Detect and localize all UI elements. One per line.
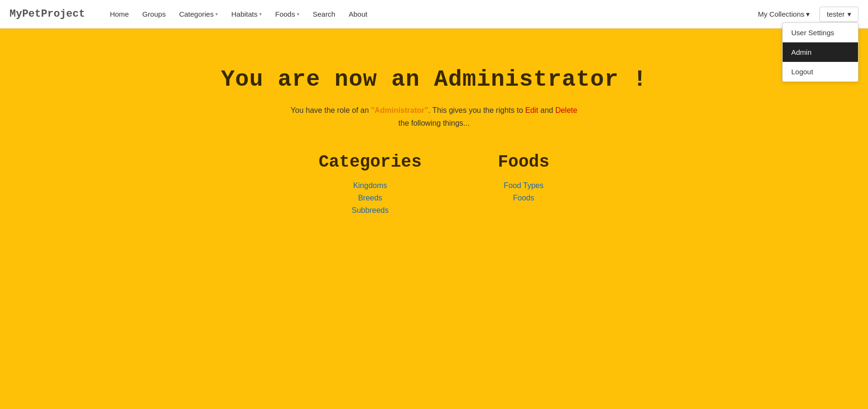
categories-caret-icon: ▾ (215, 11, 218, 17)
subbreeds-link[interactable]: Subbreeds (318, 206, 421, 215)
dropdown-logout[interactable]: Logout (783, 62, 858, 81)
nav-categories-label: Categories (179, 10, 214, 18)
role-text: "Administrator" (371, 106, 428, 114)
description-suffix: the following things... (398, 119, 470, 127)
nav-about[interactable]: About (343, 6, 373, 22)
navbar-right: My Collections ▾ tester ▾ User Settings … (752, 6, 858, 22)
foods-links: Food Types Foods (498, 181, 550, 202)
categories-links: Kingdoms Breeds Subbreeds (318, 181, 421, 215)
nav-home[interactable]: Home (104, 6, 134, 22)
food-types-link[interactable]: Food Types (498, 181, 550, 190)
delete-text: Delete (555, 106, 577, 114)
dropdown-user-settings[interactable]: User Settings (783, 23, 858, 42)
nav-groups[interactable]: Groups (136, 6, 171, 22)
tester-button[interactable]: tester ▾ (819, 7, 858, 22)
brand-logo[interactable]: MyPetProject (10, 8, 85, 20)
my-collections-label: My Collections (758, 10, 805, 18)
nav-search[interactable]: Search (307, 6, 341, 22)
foods-link[interactable]: Foods (498, 194, 550, 202)
foods-section-title: Foods (498, 152, 550, 172)
admin-title: You are now an Administrator ! (221, 67, 647, 92)
nav-categories[interactable]: Categories ▾ (174, 6, 224, 22)
tester-label: tester (827, 10, 845, 18)
nav-habitats[interactable]: Habitats ▾ (225, 6, 267, 22)
nav-habitats-label: Habitats (231, 10, 257, 18)
admin-description: You have the role of an "Administrator".… (291, 104, 577, 130)
nav-links: Home Groups Categories ▾ Habitats ▾ Food… (104, 6, 752, 22)
permissions-grid: Categories Kingdoms Breeds Subbreeds Foo… (318, 152, 549, 215)
nav-foods-label: Foods (275, 10, 295, 18)
description-prefix: You have the role of an (291, 106, 371, 114)
user-dropdown-menu: User Settings Admin Logout (782, 22, 858, 82)
description-middle: . This gives you the rights to (428, 106, 525, 114)
edit-text: Edit (525, 106, 539, 114)
my-collections-caret-icon: ▾ (806, 10, 810, 19)
tester-caret-icon: ▾ (848, 10, 851, 19)
navbar: MyPetProject Home Groups Categories ▾ Ha… (0, 0, 868, 29)
kingdoms-link[interactable]: Kingdoms (318, 181, 421, 190)
and-text: and (538, 106, 555, 114)
my-collections-button[interactable]: My Collections ▾ (752, 6, 816, 22)
dropdown-admin[interactable]: Admin (783, 42, 858, 62)
breeds-link[interactable]: Breeds (318, 194, 421, 202)
main-content: You are now an Administrator ! You have … (0, 29, 868, 409)
categories-section-title: Categories (318, 152, 421, 172)
foods-section: Foods Food Types Foods (498, 152, 550, 215)
categories-section: Categories Kingdoms Breeds Subbreeds (318, 152, 421, 215)
foods-caret-icon: ▾ (297, 11, 299, 17)
habitats-caret-icon: ▾ (259, 11, 262, 17)
nav-foods[interactable]: Foods ▾ (269, 6, 305, 22)
